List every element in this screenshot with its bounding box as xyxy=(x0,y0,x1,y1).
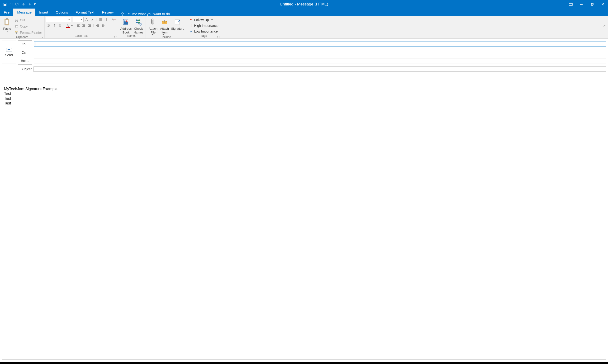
dialog-launcher-icon[interactable] xyxy=(41,36,43,39)
compose-pane: Send To... Cc... Bcc... Subject xyxy=(0,39,608,362)
svg-rect-11 xyxy=(16,26,18,28)
svg-rect-31 xyxy=(82,26,85,26)
attach-file-button[interactable]: Attach File xyxy=(147,17,159,35)
svg-rect-7 xyxy=(5,20,8,24)
check-names-button[interactable]: @ Check Names xyxy=(132,17,144,34)
format-painter-icon xyxy=(15,31,19,34)
collapse-ribbon-icon[interactable] xyxy=(603,25,607,27)
tab-review[interactable]: Review xyxy=(98,9,117,16)
cc-button[interactable]: Cc... xyxy=(18,49,32,56)
tab-file[interactable]: File xyxy=(0,9,13,16)
italic-button[interactable]: I xyxy=(52,23,57,28)
undo-icon[interactable] xyxy=(8,1,14,7)
chevron-down-icon xyxy=(7,31,9,32)
dialog-launcher-icon[interactable] xyxy=(217,35,220,38)
to-button[interactable]: To... xyxy=(18,40,32,48)
chevron-down-icon xyxy=(211,19,213,21)
save-icon[interactable] xyxy=(2,1,8,7)
numbering-button[interactable]: 123 xyxy=(103,17,109,22)
grow-font-button[interactable]: A xyxy=(84,17,89,22)
redo-icon[interactable] xyxy=(14,1,20,7)
font-name-dropdown[interactable] xyxy=(46,17,71,22)
paste-button[interactable]: Paste xyxy=(1,17,13,32)
svg-rect-26 xyxy=(77,25,79,25)
tab-message[interactable]: Message xyxy=(13,9,35,16)
body-line: Test xyxy=(4,91,604,96)
svg-rect-27 xyxy=(77,26,79,26)
tab-insert[interactable]: Insert xyxy=(35,9,52,16)
svg-rect-32 xyxy=(88,25,91,25)
svg-text:3: 3 xyxy=(104,20,105,21)
minimize-icon[interactable] xyxy=(576,1,587,8)
svg-rect-19 xyxy=(100,20,102,20)
chevron-down-icon[interactable] xyxy=(71,25,73,26)
flag-icon xyxy=(189,18,193,22)
align-right-button[interactable] xyxy=(87,23,92,28)
send-button[interactable]: Send xyxy=(2,41,16,63)
font-color-button[interactable]: A xyxy=(65,23,71,28)
high-importance-button[interactable]: ! High Importance xyxy=(188,23,220,28)
group-names: Address Book @ Check Names Names xyxy=(118,16,146,39)
ribbon-display-options-icon[interactable] xyxy=(565,1,576,8)
group-tags: Follow Up ! High Importance Low Importan… xyxy=(187,16,221,39)
cut-button[interactable]: Cut xyxy=(14,17,43,23)
follow-up-button[interactable]: Follow Up xyxy=(188,17,220,23)
attach-item-button[interactable]: Attach Item xyxy=(159,17,170,35)
align-center-button[interactable] xyxy=(81,23,86,28)
copy-button[interactable]: Copy xyxy=(14,24,43,29)
svg-rect-22 xyxy=(106,20,107,20)
signature-button[interactable]: Signature xyxy=(170,17,185,32)
bold-button[interactable]: B xyxy=(46,23,51,28)
clear-formatting-button[interactable]: A⊘ xyxy=(111,17,116,22)
font-size-dropdown[interactable] xyxy=(72,17,84,22)
svg-rect-35 xyxy=(97,25,99,25)
tab-format-text[interactable]: Format Text xyxy=(72,9,98,16)
lightbulb-icon xyxy=(121,12,124,16)
svg-rect-4 xyxy=(591,3,593,5)
close-icon[interactable] xyxy=(597,1,608,8)
qat-customize-icon[interactable] xyxy=(33,1,37,7)
group-include: Attach File Attach Item Signature xyxy=(146,16,187,39)
tab-options[interactable]: Options xyxy=(52,9,72,16)
underline-button[interactable]: U xyxy=(57,23,63,28)
subject-label: Subject xyxy=(18,67,32,71)
next-item-icon[interactable] xyxy=(26,1,33,7)
address-book-button[interactable]: Address Book xyxy=(119,17,133,34)
svg-point-9 xyxy=(17,21,18,22)
svg-rect-13 xyxy=(16,32,17,34)
taskbar-sliver xyxy=(0,362,608,364)
low-importance-button[interactable]: Low Importance xyxy=(188,29,220,34)
svg-rect-36 xyxy=(97,26,99,26)
shrink-font-button[interactable]: A xyxy=(90,17,95,22)
svg-rect-20 xyxy=(106,18,107,19)
svg-rect-21 xyxy=(106,19,107,19)
bullets-button[interactable] xyxy=(98,17,103,22)
svg-rect-34 xyxy=(88,26,91,26)
window-title: Untitled - Message (HTML) xyxy=(0,2,608,7)
align-left-button[interactable] xyxy=(76,23,81,28)
subject-input[interactable] xyxy=(34,66,606,72)
increase-indent-button[interactable] xyxy=(101,23,106,28)
outlook-compose-window: Untitled - Message (HTML) File Message I… xyxy=(0,0,608,364)
message-body[interactable]: MyTechJam Signature Example Test Test Te… xyxy=(2,76,606,360)
svg-rect-37 xyxy=(97,26,99,26)
tell-me-search[interactable]: Tell me what you want to do xyxy=(117,12,170,16)
bcc-button[interactable]: Bcc... xyxy=(18,57,32,65)
cc-input[interactable] xyxy=(34,50,606,55)
maximize-icon[interactable] xyxy=(587,1,597,8)
copy-icon xyxy=(15,25,19,28)
bcc-input[interactable] xyxy=(34,58,606,63)
svg-point-16 xyxy=(99,19,99,20)
paste-icon xyxy=(4,17,11,27)
svg-rect-29 xyxy=(82,25,85,25)
message-header: Send To... Cc... Bcc... Subject xyxy=(2,41,606,73)
svg-point-14 xyxy=(99,18,99,19)
paperclip-icon xyxy=(150,17,155,27)
quick-access-toolbar xyxy=(0,1,37,7)
decrease-indent-button[interactable] xyxy=(95,23,100,28)
to-input[interactable] xyxy=(34,41,606,47)
svg-rect-39 xyxy=(102,26,103,26)
dialog-launcher-icon[interactable] xyxy=(114,35,117,38)
format-painter-button[interactable]: Format Painter xyxy=(14,30,43,35)
previous-item-icon[interactable] xyxy=(20,1,26,7)
